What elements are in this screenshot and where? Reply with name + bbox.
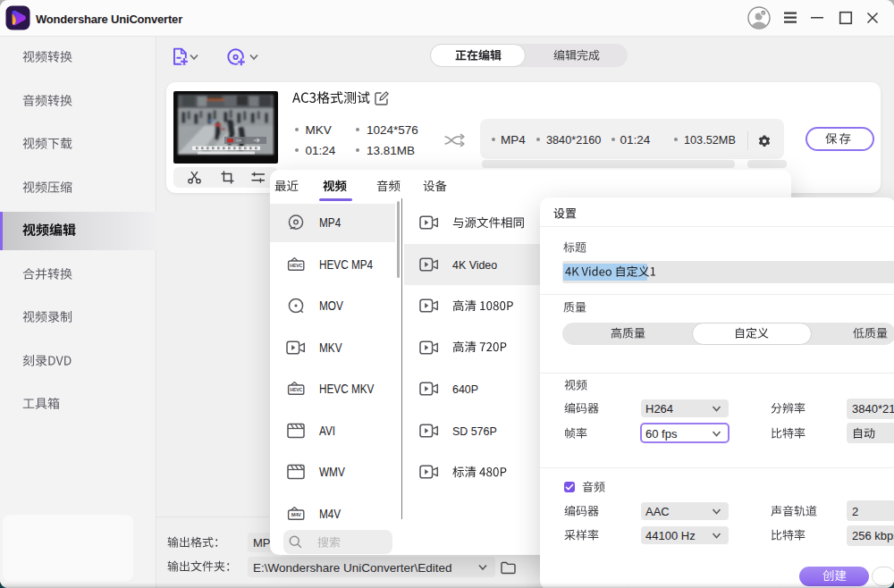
svg-text:HEVC: HEVC bbox=[290, 263, 302, 268]
svg-text:HEVC: HEVC bbox=[290, 387, 302, 392]
svg-text:M4V: M4V bbox=[291, 512, 300, 517]
